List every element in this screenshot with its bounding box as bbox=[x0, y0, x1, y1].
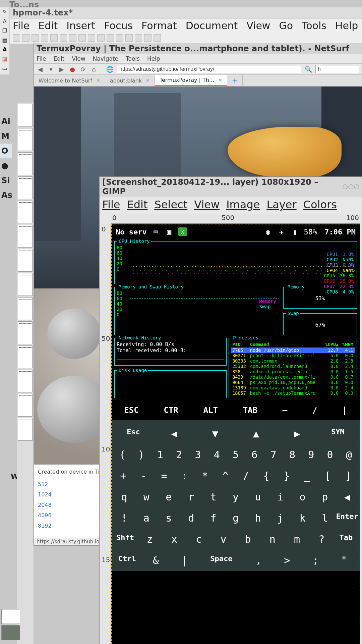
keyboard-key[interactable]: x bbox=[162, 529, 186, 550]
tool-icon[interactable]: ✎ bbox=[1, 9, 9, 17]
tool-icon[interactable]: ❐ bbox=[1, 28, 9, 36]
keyboard-key[interactable]: ; bbox=[301, 550, 330, 571]
keyboard-key[interactable]: ◀ bbox=[154, 423, 195, 444]
toolbar-icon[interactable] bbox=[50, 34, 58, 42]
keyboard-key[interactable]: ▶ bbox=[277, 423, 317, 444]
keyboard-key[interactable]: y bbox=[225, 486, 247, 507]
page-thumb[interactable]: ▬▬▬▬▬▬▬▬▬▬▬▬▬▬▬▬▬▬ bbox=[18, 345, 33, 368]
toolbar-icon[interactable] bbox=[125, 34, 133, 42]
tool-icon[interactable]: ◪ bbox=[1, 56, 9, 64]
keyboard-key[interactable]: [ bbox=[317, 465, 338, 486]
stop-button[interactable]: ● bbox=[69, 65, 76, 73]
keyboard-key[interactable]: Tab bbox=[334, 529, 358, 550]
keyboard-key[interactable]: c bbox=[187, 529, 211, 550]
keyboard-key[interactable]: SYM bbox=[317, 423, 358, 444]
tool-item[interactable]: O bbox=[0, 144, 12, 158]
tool-item[interactable]: ● bbox=[0, 158, 12, 173]
menu-item[interactable]: File bbox=[102, 198, 120, 211]
keyboard-key[interactable]: 8 bbox=[283, 444, 302, 465]
browser-titlebar[interactable]: TermuxPovray | The Persistence o...martp… bbox=[34, 43, 362, 54]
tool-item[interactable]: Ai bbox=[0, 114, 12, 129]
keyboard-key[interactable]: r bbox=[180, 486, 202, 507]
menu-item[interactable]: Help bbox=[147, 55, 160, 62]
home-button[interactable]: ⌂ bbox=[90, 65, 98, 73]
keyboard-key[interactable]: Enter bbox=[336, 507, 358, 529]
keyboard-key[interactable]: 6 bbox=[245, 444, 264, 465]
close-icon[interactable]: ✕ bbox=[96, 78, 100, 83]
toolbar-icon[interactable] bbox=[32, 34, 39, 42]
tool-icon[interactable]: ▭ bbox=[1, 65, 9, 73]
toolbar-icon[interactable] bbox=[78, 34, 86, 42]
keyboard-key[interactable]: l bbox=[314, 507, 336, 529]
process-row[interactable]: 9664ps axo pid:10,pcpu:6,pme0.00.0 bbox=[231, 380, 355, 385]
keyboard-key[interactable]: k bbox=[291, 507, 314, 529]
keyboard-key[interactable]: 9 bbox=[302, 444, 320, 465]
back-button[interactable]: ◀ bbox=[37, 65, 44, 73]
keyboard-key[interactable]: + bbox=[113, 465, 133, 486]
keyboard-key[interactable]: , bbox=[244, 550, 273, 571]
page-thumb[interactable]: ▬▬▬▬▬▬▬▬▬▬▬▬▬▬▬▬▬▬ bbox=[18, 249, 33, 272]
toolbar-icon[interactable] bbox=[22, 34, 29, 42]
keyboard-key[interactable]: g bbox=[225, 507, 247, 529]
tool-icon[interactable]: A bbox=[1, 18, 9, 26]
keyboard-key[interactable]: 4 bbox=[207, 444, 226, 465]
process-row[interactable]: 7785node /usr/bin/gtop12.74.1 bbox=[231, 347, 355, 353]
keyboard-key[interactable]: | bbox=[170, 550, 198, 571]
keyboard-key[interactable]: w bbox=[135, 486, 158, 507]
keyboard-key[interactable]: { bbox=[256, 465, 277, 486]
keyboard-key[interactable]: 7 bbox=[264, 444, 283, 465]
toolbar-icon[interactable] bbox=[97, 34, 105, 42]
toolbar-icon[interactable] bbox=[88, 34, 95, 42]
keyboard-key[interactable]: p bbox=[314, 486, 336, 507]
menu-item[interactable]: Go bbox=[279, 20, 293, 32]
extra-key[interactable]: / bbox=[312, 406, 317, 415]
keyboard-key[interactable]: 0 bbox=[320, 444, 339, 465]
keyboard-key[interactable]: h bbox=[247, 507, 269, 529]
keyboard-key[interactable]: @ bbox=[340, 444, 358, 465]
search-input[interactable] bbox=[315, 65, 359, 73]
toolbar-icon[interactable] bbox=[116, 34, 123, 42]
keyboard-key[interactable]: " bbox=[330, 550, 358, 571]
layer-thumb[interactable] bbox=[1, 609, 20, 624]
keyboard-key[interactable]: a bbox=[135, 507, 158, 529]
document-thumbnails[interactable]: ▬▬▬▬▬▬▬▬▬▬▬▬▬▬▬▬▬▬ ▬▬▬▬▬▬▬▬▬▬▬▬▬▬▬▬▬▬ ▬▬… bbox=[17, 103, 34, 644]
keyboard-key[interactable]: ▼ bbox=[195, 423, 236, 444]
tool-icon[interactable]: ▦ bbox=[1, 37, 9, 45]
toolbar-icon[interactable] bbox=[13, 34, 20, 42]
keyboard-key[interactable]: Shft bbox=[113, 529, 137, 550]
menu-item[interactable]: View bbox=[194, 198, 220, 211]
extra-key[interactable]: CTR bbox=[164, 406, 178, 415]
keyboard-key[interactable]: / bbox=[236, 465, 256, 486]
keyboard-key[interactable]: 1 bbox=[151, 444, 170, 465]
keyboard-key[interactable]: f bbox=[202, 507, 225, 529]
keyboard-key[interactable]: ▲ bbox=[236, 423, 277, 444]
keyboard-key[interactable]: j bbox=[269, 507, 292, 529]
keyboard-key[interactable]: i bbox=[269, 486, 292, 507]
url-input[interactable] bbox=[117, 65, 301, 73]
extra-key[interactable]: — bbox=[283, 406, 287, 415]
extra-key[interactable]: ESC bbox=[124, 406, 138, 415]
keyboard-key[interactable]: _ bbox=[297, 465, 317, 486]
extra-key[interactable]: TAB bbox=[243, 406, 257, 415]
keyboard-key[interactable]: } bbox=[277, 465, 297, 486]
page-thumb[interactable]: ▬▬▬▬▬▬▬▬▬▬▬▬▬▬▬▬▬▬ bbox=[18, 201, 33, 223]
menu-item[interactable]: Edit bbox=[127, 198, 148, 211]
keyboard-key[interactable]: ] bbox=[338, 465, 358, 486]
keyboard-key[interactable]: d bbox=[180, 507, 202, 529]
keyboard-key[interactable]: Ctrl bbox=[113, 550, 141, 571]
browser-tab[interactable]: about:blank✕ bbox=[105, 75, 155, 86]
menu-item[interactable]: Help bbox=[335, 20, 358, 32]
keyboard-key[interactable]: ◀ bbox=[336, 486, 358, 507]
process-row[interactable]: 8439/data/data/com.termux/fi0.00.7 bbox=[231, 374, 355, 380]
keyboard-key[interactable]: > bbox=[273, 550, 301, 571]
keyboard-key[interactable]: s bbox=[158, 507, 180, 529]
close-icon[interactable]: ✕ bbox=[146, 78, 150, 83]
page-thumb[interactable]: ▬▬▬▬▬▬▬▬▬▬▬▬▬▬▬▬▬▬ bbox=[18, 128, 33, 151]
menu-item[interactable]: Tools bbox=[126, 55, 140, 62]
keyboard-key[interactable]: v bbox=[211, 529, 236, 550]
close-icon[interactable]: ✕ bbox=[218, 77, 222, 83]
page-thumb[interactable]: ▬▬▬▬▬▬▬▬▬▬▬▬▬▬▬▬▬▬ bbox=[18, 418, 33, 441]
menu-item[interactable]: Select bbox=[155, 198, 188, 211]
tool-item[interactable]: As bbox=[0, 188, 12, 203]
browser-tab[interactable]: TermuxPovray | Th...✕ bbox=[155, 75, 227, 86]
